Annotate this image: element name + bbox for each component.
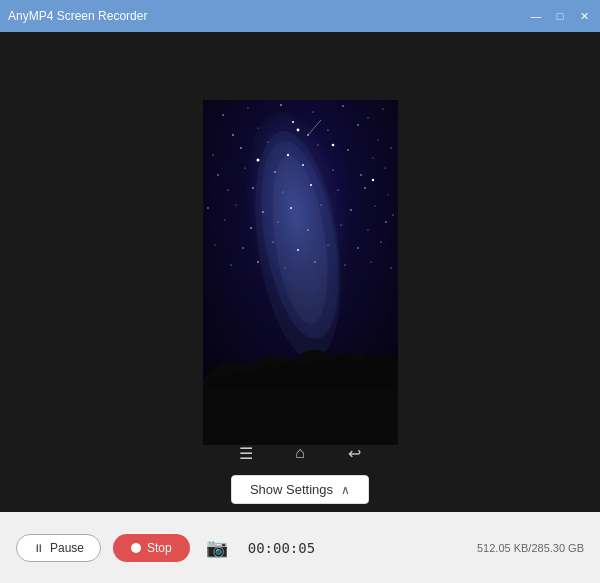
pause-button[interactable]: ⏸ Pause: [16, 534, 101, 562]
svg-point-31: [227, 189, 228, 190]
svg-point-20: [317, 144, 318, 145]
svg-point-57: [214, 244, 215, 245]
svg-point-15: [377, 139, 378, 140]
svg-point-68: [344, 264, 345, 265]
svg-point-14: [357, 124, 358, 125]
svg-point-38: [207, 207, 208, 208]
svg-point-43: [350, 209, 351, 210]
svg-point-5: [280, 104, 282, 106]
show-settings-button[interactable]: Show Settings ∧: [231, 475, 369, 504]
stop-button[interactable]: Stop: [113, 534, 190, 562]
svg-point-25: [244, 167, 245, 168]
svg-point-10: [232, 134, 234, 136]
svg-point-55: [367, 229, 368, 230]
svg-point-56: [385, 221, 386, 222]
svg-point-22: [372, 157, 373, 158]
menu-icon-button[interactable]: ☰: [234, 441, 258, 465]
svg-point-36: [364, 187, 365, 188]
svg-point-28: [332, 169, 333, 170]
back-icon: ↩: [348, 444, 361, 463]
svg-point-12: [292, 121, 294, 123]
screenshot-button[interactable]: 📷: [202, 533, 232, 563]
svg-point-7: [342, 105, 343, 106]
back-icon-button[interactable]: ↩: [342, 441, 366, 465]
svg-point-51: [250, 227, 252, 229]
pause-label: Pause: [50, 541, 84, 555]
file-size-info: 512.05 KB/285.30 GB: [477, 542, 584, 554]
svg-point-21: [347, 149, 348, 150]
svg-point-17: [240, 147, 242, 149]
svg-point-58: [242, 247, 243, 248]
svg-point-70: [390, 267, 391, 268]
svg-point-32: [252, 187, 254, 189]
svg-point-63: [380, 241, 381, 242]
svg-point-3: [222, 114, 223, 115]
controls-overlay: ☰ ⌂ ↩ Show Settings ∧: [0, 441, 600, 512]
stop-icon: [131, 543, 141, 553]
svg-point-50: [224, 219, 225, 220]
svg-point-35: [337, 189, 338, 190]
chevron-up-icon: ∧: [341, 483, 350, 497]
show-settings-label: Show Settings: [250, 482, 333, 497]
app-title: AnyMP4 Screen Recorder: [8, 9, 147, 23]
status-bar: ⏸ Pause Stop 📷 00:00:05 512.05 KB/285.30…: [0, 512, 600, 583]
window-controls: — □ ✕: [528, 8, 592, 24]
svg-point-49: [371, 178, 373, 180]
svg-point-54: [340, 224, 341, 225]
svg-point-45: [392, 214, 393, 215]
svg-point-65: [257, 261, 259, 263]
svg-point-37: [387, 194, 388, 195]
svg-point-47: [331, 143, 334, 146]
svg-point-13: [327, 129, 328, 130]
svg-point-16: [212, 154, 213, 155]
close-button[interactable]: ✕: [576, 8, 592, 24]
svg-point-44: [374, 205, 375, 206]
stop-label: Stop: [147, 541, 172, 555]
maximize-button[interactable]: □: [552, 8, 568, 24]
svg-point-23: [390, 147, 391, 148]
preview-image: [203, 100, 398, 445]
svg-point-72: [307, 134, 309, 136]
hamburger-icon: ☰: [239, 444, 253, 463]
recording-timer: 00:00:05: [248, 540, 315, 556]
svg-point-46: [256, 158, 259, 161]
pause-icon: ⏸: [33, 542, 44, 554]
main-area: ☰ ⌂ ↩ Show Settings ∧: [0, 32, 600, 512]
home-icon: ⌂: [295, 444, 305, 462]
minimize-button[interactable]: —: [528, 8, 544, 24]
svg-point-69: [370, 261, 371, 262]
svg-point-29: [360, 174, 361, 175]
preview-container: [203, 100, 398, 445]
svg-point-9: [382, 108, 383, 109]
svg-point-4: [247, 107, 248, 108]
svg-point-6: [312, 111, 313, 112]
svg-point-48: [296, 128, 299, 131]
svg-point-11: [257, 127, 258, 128]
svg-point-30: [384, 167, 385, 168]
svg-point-62: [357, 247, 358, 248]
home-icon-button[interactable]: ⌂: [288, 441, 312, 465]
svg-point-24: [217, 174, 218, 175]
title-bar: AnyMP4 Screen Recorder — □ ✕: [0, 0, 600, 32]
icon-row: ☰ ⌂ ↩: [234, 441, 366, 465]
svg-point-39: [235, 204, 236, 205]
camera-icon: 📷: [206, 538, 228, 558]
svg-point-8: [367, 117, 368, 118]
svg-point-64: [230, 264, 231, 265]
